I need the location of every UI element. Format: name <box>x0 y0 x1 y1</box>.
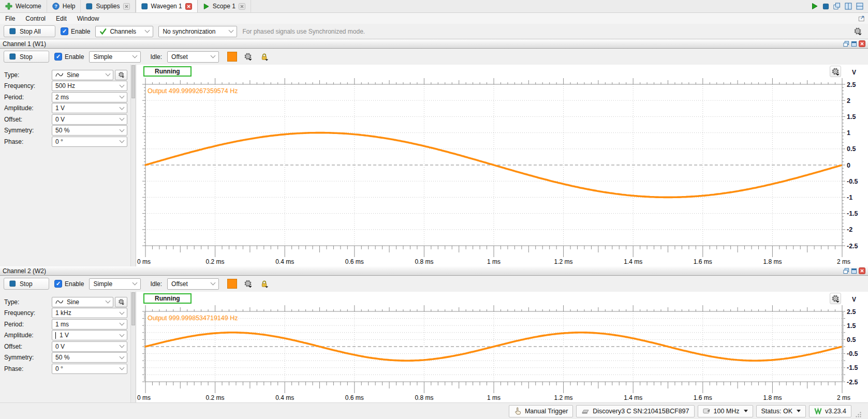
field-label: Offset: <box>4 116 52 123</box>
channel1-header[interactable]: Channel 1 (W1) <box>0 39 868 49</box>
field-value: 1 kHz <box>55 309 71 317</box>
menu-edit[interactable]: Edit <box>51 13 72 24</box>
ch1-offset-select[interactable]: 0 V <box>52 114 127 125</box>
channel1-enable-checkbox[interactable]: Enable <box>54 53 84 61</box>
close-tab-icon[interactable] <box>123 3 130 10</box>
ch2-period-select[interactable]: 1 ms <box>52 319 127 330</box>
device-button[interactable]: Discovery3 C SN:210415BCF897 <box>576 405 694 417</box>
channels-select[interactable]: Channels <box>95 26 153 37</box>
svg-text:1.6 ms: 1.6 ms <box>694 394 712 401</box>
channel1-lock-icon[interactable] <box>259 51 270 63</box>
close-tab-icon[interactable] <box>185 3 192 10</box>
menu-window[interactable]: Window <box>72 13 105 24</box>
ch2-symmetry-select[interactable]: 50 % <box>52 352 127 363</box>
ch1-type-row: Type:Sine <box>4 69 127 81</box>
scrollbar-thumb[interactable] <box>131 65 135 98</box>
maximize-panel-icon[interactable] <box>851 268 857 274</box>
channel2-color-swatch[interactable] <box>227 279 237 289</box>
tab-scope-1[interactable]: Scope 1 <box>198 0 251 12</box>
close-tab-icon[interactable] <box>239 3 245 10</box>
tab-wavegen-1[interactable]: Wavegen 1 <box>136 0 198 12</box>
scope-run-icon <box>203 3 210 10</box>
channel2-enable-checkbox[interactable]: Enable <box>54 280 84 288</box>
ch2-phase-select[interactable]: 0 ° <box>52 364 127 374</box>
ch2-frequency-select[interactable]: 1 kHz <box>52 308 127 318</box>
ch1-frequency-select[interactable]: 500 Hz <box>52 81 127 91</box>
synchronization-select[interactable]: No synchronization <box>158 26 237 37</box>
tab-help[interactable]: ?Help <box>47 0 81 12</box>
channel1-plot-gear-icon[interactable] <box>830 66 841 77</box>
svg-text:0 ms: 0 ms <box>137 258 151 265</box>
version-button[interactable]: v3.23.4 <box>809 405 851 417</box>
channel2-mode-select[interactable]: Simple <box>89 278 141 290</box>
menu-file[interactable]: File <box>0 13 20 24</box>
channel1-stop-button[interactable]: Stop <box>4 51 49 63</box>
status-ok-button[interactable]: Status: OK <box>756 405 806 417</box>
field-value: Sine <box>67 298 79 306</box>
svg-text:0.5: 0.5 <box>847 145 856 153</box>
maximize-panel-icon[interactable] <box>851 41 857 47</box>
channel1-scrollbar[interactable] <box>130 65 136 266</box>
svg-text:-1.5: -1.5 <box>847 364 858 371</box>
ch2-amplitude-select[interactable]: 1 V <box>52 330 127 340</box>
stop-all-button[interactable]: Stop All <box>4 25 55 37</box>
menu-control[interactable]: Control <box>20 13 51 24</box>
wavegen-chart-2[interactable]: 2.51.50.5-0.5-1.5-2.50 ms0.2 ms0.4 ms0.6… <box>136 305 868 402</box>
ch2-symmetry-row: Symmetry:50 % <box>4 352 127 364</box>
channel2-stop-button[interactable]: Stop <box>4 278 49 290</box>
scrollbar-thumb[interactable] <box>131 292 135 325</box>
undock-icon[interactable] <box>858 15 868 22</box>
ch1-type-gear-icon[interactable] <box>115 70 127 80</box>
channel1-mode-value: Simple <box>93 53 112 61</box>
field-value: 50 % <box>55 127 69 134</box>
wavegen-chart-1[interactable]: 2.521.510.50-0.5-1-1.5-2-2.50 ms0.2 ms0.… <box>136 78 868 266</box>
resize-grip-icon[interactable] <box>856 412 862 418</box>
ch1-phase-select[interactable]: 0 ° <box>52 137 127 147</box>
tile-windows-icon[interactable] <box>845 3 852 10</box>
restore-panel-icon[interactable] <box>843 268 849 274</box>
ch2-type-gear-icon[interactable] <box>115 297 127 307</box>
svg-text:-1: -1 <box>847 194 852 201</box>
ch2-offset-select[interactable]: 0 V <box>52 341 127 352</box>
svg-text:-0.5: -0.5 <box>847 178 858 185</box>
tab-welcome[interactable]: Welcome <box>0 0 47 12</box>
cascade-windows-icon[interactable] <box>833 3 841 10</box>
channel2-header[interactable]: Channel 2 (W2) <box>0 266 868 276</box>
ch1-period-select[interactable]: 2 ms <box>52 92 127 102</box>
channel2-settings-gear-icon[interactable] <box>242 278 254 290</box>
master-enable-checkbox[interactable]: Enable <box>61 27 90 35</box>
workspace-settings-icon[interactable] <box>856 3 863 10</box>
run-all-icon[interactable] <box>811 3 818 10</box>
restore-panel-icon[interactable] <box>843 41 849 47</box>
ch1-symmetry-select[interactable]: 50 % <box>52 125 127 136</box>
field-label: Period: <box>4 321 52 328</box>
waveforms-logo-icon <box>814 408 822 414</box>
tab-supplies[interactable]: Supplies <box>81 0 135 12</box>
channel2-plot-gear-icon[interactable] <box>830 293 841 304</box>
close-panel-icon[interactable] <box>859 40 865 47</box>
channel2-mode-value: Simple <box>93 280 112 288</box>
ch1-amplitude-select[interactable]: 1 V <box>52 103 127 113</box>
channel1-mode-select[interactable]: Simple <box>89 51 141 63</box>
channel2-enable-label: Enable <box>65 280 84 288</box>
field-label: Symmetry: <box>4 127 52 134</box>
stop-all-icon[interactable] <box>822 3 829 10</box>
channel2-lock-icon[interactable] <box>259 278 270 290</box>
chevron-down-icon <box>120 354 125 359</box>
field-label: Offset: <box>4 343 52 350</box>
ch1-type-select[interactable]: Sine <box>52 70 113 80</box>
ch2-type-select[interactable]: Sine <box>52 297 113 307</box>
channel2-stop-label: Stop <box>20 280 33 288</box>
toolbar-settings-gear-icon[interactable] <box>854 27 864 36</box>
channel2-idle-select[interactable]: Offset <box>167 278 219 290</box>
channel1-settings-gear-icon[interactable] <box>242 51 254 63</box>
clock-frequency-button[interactable]: 100 MHz <box>698 405 753 417</box>
channel2-running-badge: Running <box>143 293 192 304</box>
close-panel-icon[interactable] <box>859 267 865 274</box>
channel1-color-swatch[interactable] <box>227 52 237 62</box>
channel1-parameter-form: Type:Sine Frequency:500 HzPeriod:2 msAmp… <box>0 65 130 266</box>
channel2-scrollbar[interactable] <box>130 292 136 402</box>
manual-trigger-button[interactable]: Manual Trigger <box>509 405 573 417</box>
channel1-idle-select[interactable]: Offset <box>167 51 219 63</box>
svg-text:1.5: 1.5 <box>847 322 856 330</box>
